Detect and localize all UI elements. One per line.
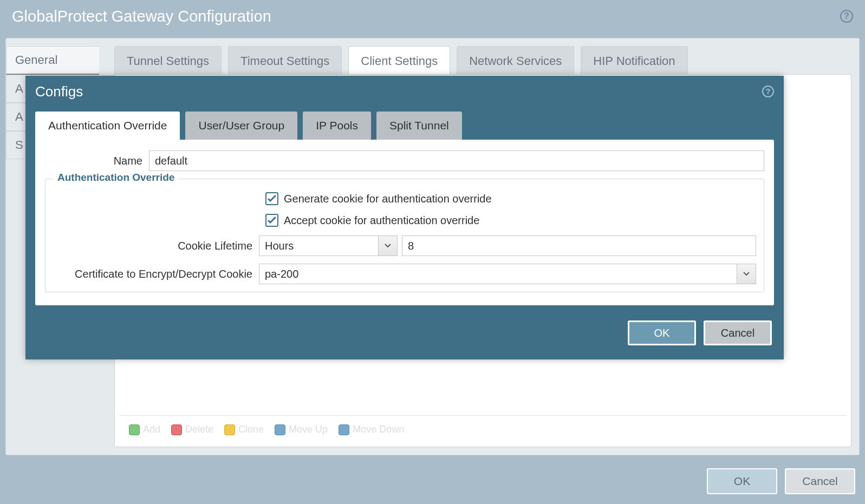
name-input[interactable]: [149, 150, 764, 171]
side-tab-general[interactable]: General: [6, 46, 99, 75]
name-row: Name: [45, 150, 764, 171]
cookie-lifetime-unit-select[interactable]: [259, 235, 398, 256]
window-cancel-button[interactable]: Cancel: [785, 468, 855, 494]
cookie-lifetime-inputs: [259, 235, 756, 256]
chevron-down-icon[interactable]: [378, 235, 398, 256]
accept-cookie-checkbox[interactable]: [265, 214, 278, 227]
window-title: GlobalProtect Gateway Configuration: [12, 8, 271, 25]
window-titlebar: GlobalProtect Gateway Configuration ?: [0, 0, 865, 32]
modal-tabs: Authentication Override User/User Group …: [25, 112, 784, 140]
modal-help-icon[interactable]: ?: [762, 86, 774, 97]
cookie-lifetime-row: Cookie Lifetime: [53, 235, 756, 256]
panel-toolbar: Add Delete Clone Move Up Move Down: [119, 415, 847, 443]
window-footer: OK Cancel: [707, 468, 855, 494]
toolbar-move-down[interactable]: Move Down: [339, 424, 404, 435]
cookie-lifetime-value-input[interactable]: [402, 235, 756, 256]
arrow-up-icon: [275, 424, 285, 435]
fieldset-legend: Authentication Override: [53, 172, 179, 184]
auth-override-fieldset: Authentication Override Generate cookie …: [45, 179, 764, 292]
toolbar-add[interactable]: Add: [129, 424, 160, 435]
modal-cancel-button[interactable]: Cancel: [704, 320, 772, 345]
check-icon: [268, 217, 276, 224]
check-icon: [268, 195, 276, 202]
cert-value[interactable]: [259, 264, 756, 284]
toolbar-delete[interactable]: Delete: [171, 424, 213, 435]
configs-modal: Configs ? Authentication Override User/U…: [25, 76, 784, 359]
tab-client-settings[interactable]: Client Settings: [348, 46, 450, 76]
cookie-lifetime-label: Cookie Lifetime: [53, 240, 259, 252]
generate-cookie-label: Generate cookie for authentication overr…: [284, 193, 492, 205]
accept-cookie-row: Accept cookie for authentication overrid…: [265, 214, 756, 227]
chevron-down-icon[interactable]: [737, 264, 756, 284]
toolbar-move-up[interactable]: Move Up: [275, 424, 328, 435]
tab-tunnel-settings[interactable]: Tunnel Settings: [114, 46, 222, 76]
help-icon[interactable]: ?: [840, 10, 853, 23]
modal-footer: OK Cancel: [25, 305, 784, 359]
cert-row: Certificate to Encrypt/Decrypt Cookie: [53, 264, 756, 284]
generate-cookie-row: Generate cookie for authentication overr…: [265, 192, 756, 205]
generate-cookie-checkbox[interactable]: [265, 192, 278, 205]
cookie-lifetime-unit-value[interactable]: [259, 235, 398, 256]
tab-timeout-settings[interactable]: Timeout Settings: [228, 46, 342, 76]
tab-hip-notification[interactable]: HIP Notification: [581, 46, 687, 76]
modal-ok-button[interactable]: OK: [628, 320, 696, 345]
modal-tab-split-tunnel[interactable]: Split Tunnel: [376, 112, 462, 140]
modal-tab-ip-pools[interactable]: IP Pools: [303, 112, 371, 140]
minus-icon: [171, 424, 182, 435]
cert-label: Certificate to Encrypt/Decrypt Cookie: [53, 268, 259, 280]
window-ok-button[interactable]: OK: [707, 468, 777, 494]
plus-icon: [129, 424, 140, 435]
top-tabs: Tunnel Settings Timeout Settings Client …: [114, 46, 688, 76]
tab-network-services[interactable]: Network Services: [457, 46, 574, 76]
modal-title: Configs: [35, 83, 83, 100]
modal-tab-user-group[interactable]: User/User Group: [185, 112, 297, 140]
accept-cookie-label: Accept cookie for authentication overrid…: [284, 214, 479, 227]
arrow-down-icon: [339, 424, 349, 435]
modal-body: Name Authentication Override Generate co…: [35, 140, 774, 305]
cert-select[interactable]: [259, 264, 756, 284]
modal-titlebar: Configs ?: [25, 76, 784, 107]
name-label: Name: [45, 155, 149, 167]
modal-tab-auth-override[interactable]: Authentication Override: [35, 112, 180, 140]
clone-icon: [224, 424, 235, 435]
toolbar-clone[interactable]: Clone: [224, 424, 264, 435]
